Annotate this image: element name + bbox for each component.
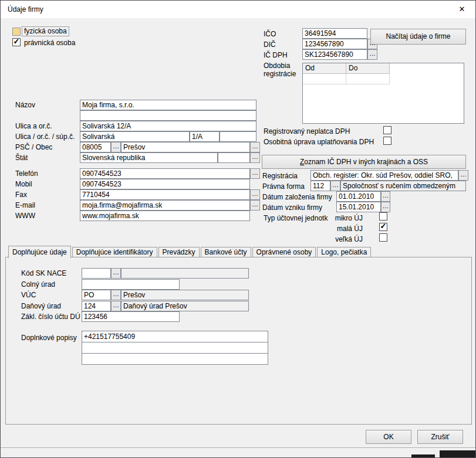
doplnkove-popisy-line1[interactable]: +421517755409	[82, 331, 268, 342]
close-icon[interactable]: ✕	[453, 3, 471, 16]
mala-uj-checkbox[interactable]: ✓	[379, 223, 387, 231]
icdph-field[interactable]: SK1234567890	[302, 49, 367, 60]
fyzicka-osoba-checkbox[interactable]	[12, 28, 21, 36]
ulica-field[interactable]: Solivarská 12/A	[80, 121, 256, 131]
cancel-button[interactable]: Zrušiť	[417, 430, 463, 444]
mikro-uj-checkbox[interactable]	[379, 212, 387, 220]
email-field[interactable]: moja.firma@mojafirma.sk	[80, 200, 250, 211]
danovy-urad-label: Daňový úrad	[21, 302, 61, 310]
background-window-fragment	[440, 450, 476, 458]
mobil-field[interactable]: 0907454523	[80, 179, 250, 189]
datum-zalozenia-field[interactable]: 01.01.2010	[336, 191, 381, 202]
registracia-browse-button[interactable]: …	[458, 170, 468, 181]
doplnkove-popisy-line2[interactable]	[82, 342, 268, 354]
email-browse-button[interactable]: …	[250, 200, 260, 211]
pravnicka-osoba-label: právnická osoba	[24, 39, 75, 47]
telefon-field[interactable]: 0907454523	[80, 168, 250, 179]
ico-field[interactable]: 36491594	[302, 28, 367, 39]
ulica-label: Ulica a or.č.	[15, 122, 52, 130]
registracia-field[interactable]: Obch. register: Okr. súd Prešov, oddiel …	[310, 170, 458, 181]
neplatca-dph-checkbox[interactable]	[383, 126, 391, 134]
vuc-name-field: Prešov	[121, 290, 249, 300]
colny-urad-label: Colný úrad	[21, 280, 55, 289]
doplnkove-popisy-label: Doplnkové popisy	[21, 334, 77, 342]
obec-browse-button[interactable]: …	[250, 142, 260, 152]
load-company-data-button[interactable]: Načítaj údaje o firme	[370, 29, 466, 45]
sk-nace-browse-button[interactable]: …	[111, 268, 121, 279]
danovy-urad-code-field[interactable]: 124	[82, 301, 111, 311]
psc-browse-button[interactable]: …	[111, 142, 121, 152]
zakl-cislo-uctu-field[interactable]: 123456	[82, 311, 180, 322]
periods-label-line2: registrácie	[264, 70, 296, 78]
tab-logo-peciatka[interactable]: Logo, pečiatka	[317, 247, 371, 257]
obec-field[interactable]: Prešov	[121, 142, 250, 152]
psc-field[interactable]: 08005	[80, 142, 111, 152]
pravna-forma-code-field[interactable]: 112	[310, 181, 330, 191]
pravnicka-osoba-checkbox[interactable]: ✓	[12, 38, 21, 46]
title-bar[interactable]: Údaje firmy ✕	[1, 1, 475, 18]
fax-browse-button[interactable]: …	[250, 189, 260, 200]
www-label: WWW	[15, 212, 35, 220]
danovy-urad-browse-button[interactable]: …	[111, 301, 121, 311]
mobil-label: Mobil	[15, 180, 32, 188]
icdph-browse-button[interactable]: …	[367, 49, 377, 60]
periods-col-od[interactable]: Od	[303, 63, 346, 74]
mala-uj-label: malá ÚJ	[294, 225, 363, 233]
ok-button[interactable]: OK	[366, 430, 411, 444]
pravna-forma-browse-button[interactable]: …	[330, 181, 340, 191]
datum-vzniku-browse-button[interactable]: …	[381, 202, 390, 212]
fyzicka-osoba-label[interactable]: fyzická osoba	[22, 26, 69, 36]
vuc-code-field[interactable]: PO	[82, 290, 111, 300]
psc-obec-label: PSČ / Obec	[15, 143, 52, 151]
check-icon: ✓	[13, 38, 20, 45]
telefon-browse-button[interactable]: …	[250, 168, 260, 179]
tab-bankove-ucty[interactable]: Bankové účty	[201, 247, 251, 257]
www-field[interactable]: www.mojafirma.sk	[80, 211, 250, 221]
vuc-browse-button[interactable]: …	[111, 290, 121, 300]
tab-opravnene-osoby[interactable]: Oprávnené osoby	[252, 247, 316, 257]
pravna-forma-name-field: Spoločnosť s ručením obmedzeným	[340, 181, 466, 191]
stat-browse-button[interactable]: …	[250, 152, 260, 163]
stat-field[interactable]: Slovenská republika	[80, 152, 218, 163]
nazov-field[interactable]: Moja firma, s.r.o.	[80, 100, 256, 110]
fax-field[interactable]: 7710454	[80, 189, 250, 200]
neplatca-dph-label: Registrovaný neplatca DPH	[264, 127, 350, 135]
periods-cell-do[interactable]	[346, 74, 390, 84]
velka-uj-label: veľká ÚJ	[294, 235, 363, 243]
sk-nace-code-field[interactable]	[82, 268, 111, 279]
vuc-label: VÚC	[21, 291, 36, 299]
registracia-label: Registrácia	[262, 172, 298, 180]
mikro-uj-label: mikro ÚJ	[294, 214, 363, 222]
supc-field[interactable]	[220, 131, 256, 142]
nazov-field-line2[interactable]	[80, 110, 256, 121]
datum-zalozenia-browse-button[interactable]: …	[381, 191, 390, 202]
velka-uj-checkbox[interactable]	[379, 233, 387, 242]
zoznam-ic-dph-button[interactable]: Zoznam IČ DPH v iných krajinách a OSS	[262, 155, 466, 169]
telefon-label: Telefón	[15, 169, 38, 178]
pravna-forma-label: Právna forma	[262, 182, 305, 191]
periods-label-line1: Obdobia	[264, 62, 290, 70]
fax-label: Fax	[15, 191, 27, 199]
dic-field[interactable]: 1234567890	[302, 39, 367, 49]
tab-doplnujuce-identifikatory[interactable]: Doplňujúce identifikátory	[72, 247, 157, 257]
registration-periods-table[interactable]: Od Do	[302, 63, 464, 124]
danovy-urad-name-field: Daňový úrad Prešov	[121, 301, 249, 311]
zoznam-label-rest: oznam IČ DPH v iných krajinách a OSS	[304, 158, 428, 166]
periods-cell-od[interactable]	[303, 74, 346, 84]
street-field[interactable]: Solivarská	[80, 131, 190, 142]
datum-vzniku-field[interactable]: 15.01.2010	[336, 202, 381, 212]
orc-field[interactable]: 1/A	[190, 131, 220, 142]
dialog-title: Údaje firmy	[8, 5, 43, 13]
osobitna-uprava-checkbox[interactable]	[383, 137, 391, 145]
company-data-dialog: Údaje firmy ✕ fyzická osoba ✓ právnická …	[0, 0, 476, 458]
periods-col-do[interactable]: Do	[346, 63, 390, 74]
check-icon: ✓	[380, 223, 387, 230]
background-window-fragment	[411, 454, 435, 458]
tab-prevadzky[interactable]: Prevádzky	[158, 247, 200, 257]
stat-code-field[interactable]	[218, 152, 250, 163]
tab-doplnujuce-udaje[interactable]: Doplňujúce údaje	[8, 246, 71, 258]
ico-label: IČO	[264, 30, 276, 38]
doplnkove-popisy-line3[interactable]	[82, 353, 268, 365]
colny-urad-field[interactable]	[82, 279, 180, 290]
ulica-split-label: Ulica / or.č. / súp.č.	[15, 133, 75, 141]
